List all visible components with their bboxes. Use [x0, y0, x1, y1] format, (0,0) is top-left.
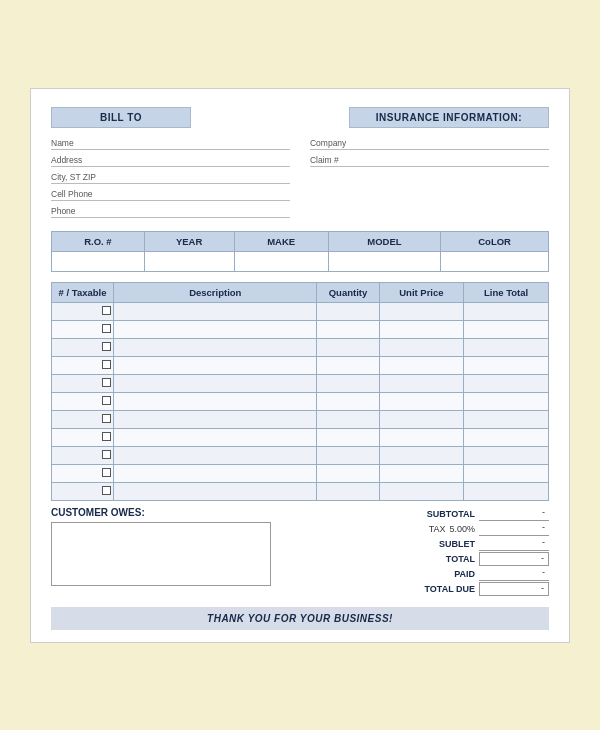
item-num-cell	[52, 338, 114, 356]
item-num-cell	[52, 410, 114, 428]
item-num-cell	[52, 428, 114, 446]
ro-header: R.O. #	[52, 231, 145, 251]
item-description[interactable]	[114, 464, 317, 482]
total-value: -	[479, 552, 549, 566]
taxable-checkbox[interactable]	[102, 414, 111, 423]
name-field: Name	[51, 136, 290, 150]
make-value[interactable]	[234, 251, 328, 271]
table-row	[52, 302, 549, 320]
vehicle-row	[52, 251, 549, 271]
ro-value[interactable]	[52, 251, 145, 271]
table-row	[52, 482, 549, 500]
item-quantity[interactable]	[317, 356, 379, 374]
color-value[interactable]	[441, 251, 549, 271]
item-description[interactable]	[114, 356, 317, 374]
total-row: TOTAL -	[325, 552, 549, 566]
item-unit-price[interactable]	[379, 320, 464, 338]
item-quantity[interactable]	[317, 428, 379, 446]
item-quantity[interactable]	[317, 374, 379, 392]
info-fields: Name Address City, ST ZIP Cell Phone Pho…	[51, 136, 549, 221]
bill-to-fields: Name Address City, ST ZIP Cell Phone Pho…	[51, 136, 290, 221]
taxable-checkbox[interactable]	[102, 432, 111, 441]
item-line-total	[464, 320, 549, 338]
model-value[interactable]	[328, 251, 440, 271]
table-row	[52, 356, 549, 374]
taxable-checkbox[interactable]	[102, 450, 111, 459]
header-row: BILL TO INSURANCE INFORMATION:	[51, 107, 549, 128]
item-unit-price[interactable]	[379, 356, 464, 374]
item-line-total	[464, 464, 549, 482]
year-header: YEAR	[144, 231, 234, 251]
item-unit-price[interactable]	[379, 338, 464, 356]
customer-owes-label: CUSTOMER OWES:	[51, 507, 310, 518]
taxable-checkbox[interactable]	[102, 486, 111, 495]
item-line-total	[464, 302, 549, 320]
item-description[interactable]	[114, 338, 317, 356]
paid-row: PAID -	[325, 567, 549, 581]
insurance-fields: Company Claim #	[310, 136, 549, 221]
item-description[interactable]	[114, 446, 317, 464]
phone-field: Phone	[51, 204, 290, 218]
customer-owes-box[interactable]	[51, 522, 271, 586]
item-unit-price[interactable]	[379, 464, 464, 482]
item-num-cell	[52, 446, 114, 464]
total-due-label: TOTAL DUE	[325, 584, 479, 594]
item-num-cell	[52, 356, 114, 374]
taxable-checkbox[interactable]	[102, 306, 111, 315]
tax-row: TAX 5.00% -	[325, 522, 549, 536]
bill-to-header: BILL TO	[51, 107, 191, 128]
item-description[interactable]	[114, 428, 317, 446]
item-quantity[interactable]	[317, 302, 379, 320]
taxable-checkbox[interactable]	[102, 360, 111, 369]
item-unit-price[interactable]	[379, 446, 464, 464]
item-quantity[interactable]	[317, 392, 379, 410]
item-unit-price[interactable]	[379, 410, 464, 428]
qty-header: Quantity	[317, 282, 379, 302]
item-quantity[interactable]	[317, 464, 379, 482]
customer-owes-section: CUSTOMER OWES:	[51, 507, 310, 597]
item-description[interactable]	[114, 374, 317, 392]
table-row	[52, 392, 549, 410]
item-line-total	[464, 446, 549, 464]
item-unit-price[interactable]	[379, 392, 464, 410]
model-header: MODEL	[328, 231, 440, 251]
item-unit-price[interactable]	[379, 374, 464, 392]
item-quantity[interactable]	[317, 320, 379, 338]
taxable-checkbox[interactable]	[102, 342, 111, 351]
table-row	[52, 410, 549, 428]
paid-value: -	[479, 567, 549, 581]
company-field: Company	[310, 136, 549, 150]
item-unit-price[interactable]	[379, 482, 464, 500]
item-unit-price[interactable]	[379, 302, 464, 320]
taxable-checkbox[interactable]	[102, 378, 111, 387]
item-description[interactable]	[114, 392, 317, 410]
sublet-row: SUBLET -	[325, 537, 549, 551]
total-label: TOTAL	[325, 554, 479, 564]
subtotal-label: SUBTOTAL	[325, 509, 479, 519]
item-unit-price[interactable]	[379, 428, 464, 446]
item-line-total	[464, 410, 549, 428]
cell-field: Cell Phone	[51, 187, 290, 201]
subtotal-row: SUBTOTAL -	[325, 507, 549, 521]
item-quantity[interactable]	[317, 338, 379, 356]
total-due-value: -	[479, 582, 549, 596]
item-num-cell	[52, 464, 114, 482]
item-description[interactable]	[114, 482, 317, 500]
paid-label: PAID	[325, 569, 479, 579]
subtotal-value: -	[479, 507, 549, 521]
item-description[interactable]	[114, 302, 317, 320]
item-description[interactable]	[114, 410, 317, 428]
lt-header: Line Total	[464, 282, 549, 302]
taxable-checkbox[interactable]	[102, 468, 111, 477]
items-table: # / Taxable Description Quantity Unit Pr…	[51, 282, 549, 501]
taxable-checkbox[interactable]	[102, 324, 111, 333]
item-quantity[interactable]	[317, 482, 379, 500]
item-quantity[interactable]	[317, 410, 379, 428]
item-line-total	[464, 374, 549, 392]
item-description[interactable]	[114, 320, 317, 338]
taxable-checkbox[interactable]	[102, 396, 111, 405]
item-quantity[interactable]	[317, 446, 379, 464]
year-value[interactable]	[144, 251, 234, 271]
item-line-total	[464, 428, 549, 446]
sublet-label: SUBLET	[325, 539, 479, 549]
